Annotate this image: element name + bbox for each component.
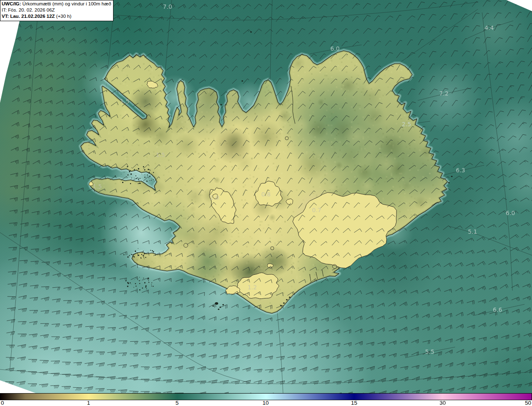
title-field: Úrkomumætti (mm) og vindur i 100m hæð <box>22 1 111 6</box>
colorbar-tick-label: 0 <box>1 400 4 406</box>
contour-label: 7.2 <box>439 90 448 97</box>
precip-label: 1.5 <box>120 98 129 105</box>
precip-label: 1.5 <box>156 152 165 158</box>
contour-label: 2.5 <box>402 121 411 127</box>
colorbar-tick-label: 50 <box>525 400 531 406</box>
precip-label: 0.8 <box>261 191 271 198</box>
contour-label: 5.5 <box>425 348 434 355</box>
colorbar-tick-label: 30 <box>439 400 446 406</box>
title-valid: VT: Lau. 21.02.2026 12Z <box>2 14 55 19</box>
contour-label: 4.4 <box>485 24 494 31</box>
colorbar-tick-label: 15 <box>351 400 357 406</box>
colorbar-tick-label: 1 <box>87 400 90 406</box>
title-offset: (+30 h) <box>56 14 71 19</box>
contour-label: 6.6 <box>493 306 502 313</box>
contour-label: 6.0 <box>330 45 340 52</box>
map-title-box: UWC/IG: Úrkomumætti (mm) og vindur i 100… <box>0 0 113 21</box>
precip-label: 1.5 <box>93 183 102 190</box>
title-line3: VT: Lau. 21.02.2026 12Z (+30 h) <box>2 13 111 20</box>
colorbar-tick-label: 10 <box>262 400 268 406</box>
precip-label: 1.0 <box>210 194 219 201</box>
contour-label: 7.0 <box>163 3 172 10</box>
title-line1: UWC/IG: Úrkomumætti (mm) og vindur i 100… <box>2 1 111 7</box>
contour-label: 6.0 <box>506 210 515 216</box>
title-model: UWC/IG: <box>2 1 21 6</box>
title-line2: IT: Fös. 20. 02. 2026 06Z <box>2 7 111 13</box>
precip-label: 1.2 <box>248 284 257 291</box>
precip-label: 0.7 <box>312 207 321 213</box>
contour-label: 6.3 <box>456 167 465 174</box>
colorbar-gradient <box>0 393 532 400</box>
contour-label: 5.1 <box>468 228 477 235</box>
colorbar-tick-label: 5 <box>175 400 179 406</box>
weather-map-page: 7.04.46.07.22.56.36.05.16.65.51.51.51.51… <box>0 0 532 406</box>
colorbar: 01510153050 <box>0 393 532 406</box>
